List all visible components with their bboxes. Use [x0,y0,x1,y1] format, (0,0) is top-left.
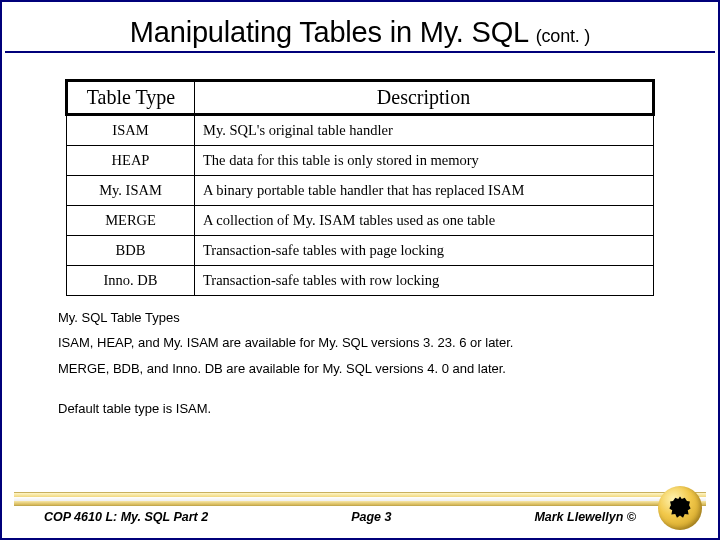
cell-type: HEAP [67,146,195,176]
footer-divider [14,492,706,507]
footer-text: COP 4610 L: My. SQL Part 2 Page 3 Mark L… [44,510,636,524]
col-header-type: Table Type [67,81,195,115]
table-row: Inno. DB Transaction-safe tables with ro… [67,266,654,296]
footer-center: Page 3 [351,510,391,524]
table-row: BDB Transaction-safe tables with page lo… [67,236,654,266]
cell-type: Inno. DB [67,266,195,296]
ucf-logo-icon [658,486,702,530]
cell-desc: Transaction-safe tables with row locking [195,266,654,296]
title-underline [5,51,715,53]
cell-desc: The data for this table is only stored i… [195,146,654,176]
table-types-table: Table Type Description ISAM My. SQL's or… [65,79,655,296]
notes-block: My. SQL Table Types ISAM, HEAP, and My. … [58,310,678,417]
notes-line: ISAM, HEAP, and My. ISAM are available f… [58,335,678,351]
title-cont: (cont. ) [536,26,590,46]
table-row: MERGE A collection of My. ISAM tables us… [67,206,654,236]
cell-desc: A collection of My. ISAM tables used as … [195,206,654,236]
slide: Manipulating Tables in My. SQL (cont. ) … [0,0,720,540]
table-row: HEAP The data for this table is only sto… [67,146,654,176]
cell-desc: Transaction-safe tables with page lockin… [195,236,654,266]
title-area: Manipulating Tables in My. SQL (cont. ) [2,8,718,53]
cell-type: My. ISAM [67,176,195,206]
notes-line: Default table type is ISAM. [58,401,678,417]
notes-heading: My. SQL Table Types [58,310,678,326]
notes-line: MERGE, BDB, and Inno. DB are available f… [58,361,678,377]
cell-type: MERGE [67,206,195,236]
title-main: Manipulating Tables in My. SQL [130,16,528,48]
table-header-row: Table Type Description [67,81,654,115]
slide-title: Manipulating Tables in My. SQL (cont. ) [12,16,708,49]
cell-type: ISAM [67,115,195,146]
cell-desc: A binary portable table handler that has… [195,176,654,206]
cell-type: BDB [67,236,195,266]
footer-left: COP 4610 L: My. SQL Part 2 [44,510,208,524]
table-row: ISAM My. SQL's original table handler [67,115,654,146]
cell-desc: My. SQL's original table handler [195,115,654,146]
footer-right: Mark Llewellyn © [534,510,636,524]
col-header-desc: Description [195,81,654,115]
table-row: My. ISAM A binary portable table handler… [67,176,654,206]
footer: COP 4610 L: My. SQL Part 2 Page 3 Mark L… [6,488,714,532]
